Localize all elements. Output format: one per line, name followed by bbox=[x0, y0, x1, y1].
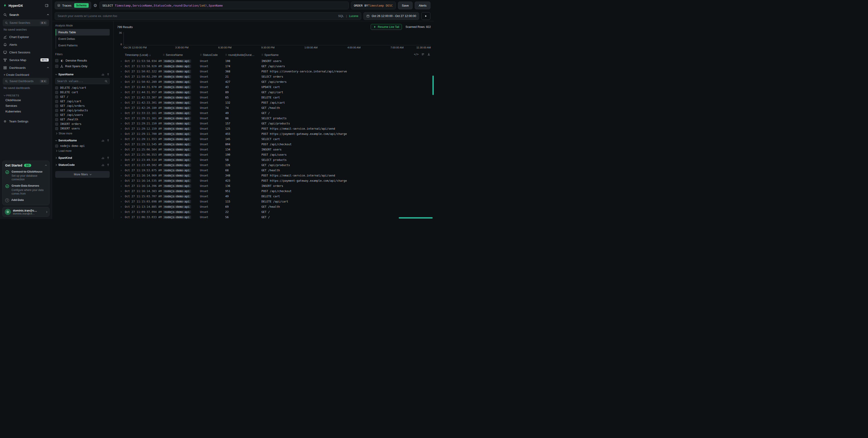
table-row[interactable]: ›Oct 27 11:25:06.564 AMnodejs-demo-apiUn… bbox=[117, 147, 431, 152]
order-by-editor[interactable]: ORDER BY Timestamp DESC bbox=[351, 2, 396, 9]
filter-section-spanname[interactable]: SpanName bbox=[55, 72, 110, 76]
column-header-statuscode[interactable]: ⠿ StatusCode bbox=[200, 53, 225, 57]
table-row[interactable]: ›Oct 27 11:16:14.960 AMnodejs-demo-apiUn… bbox=[117, 173, 431, 178]
filter-section-spankind[interactable]: SpanKind bbox=[55, 156, 110, 159]
table-row[interactable]: ›Oct 27 11:25:06.553 AMnodejs-demo-apiUn… bbox=[117, 152, 431, 157]
expand-row-icon[interactable]: › bbox=[117, 148, 125, 151]
download-icon[interactable] bbox=[427, 53, 430, 56]
preset-kubernetes[interactable]: Kubernetes bbox=[0, 109, 52, 114]
filter-value[interactable]: INSERT orders bbox=[55, 122, 110, 126]
filter-value[interactable]: GET /api/cart bbox=[55, 99, 110, 104]
table-row[interactable]: ›Oct 27 11:29:12.159 AMnodejs-demo-apiUn… bbox=[117, 126, 431, 131]
brand[interactable]: HyperDX bbox=[3, 4, 23, 7]
filter-value-search[interactable] bbox=[55, 78, 110, 84]
checkbox[interactable] bbox=[55, 123, 58, 125]
filter-section-servicename[interactable]: ServiceName bbox=[55, 139, 110, 142]
expand-row-icon[interactable]: › bbox=[117, 59, 125, 63]
preset-clickhouse[interactable]: ClickHouse bbox=[0, 97, 52, 103]
time-range-picker[interactable]: Oct 26 12:00:00 - Oct 27 12:00:00 bbox=[364, 12, 419, 20]
collapse-sidebar-icon[interactable] bbox=[45, 4, 49, 7]
saved-dashboards-input[interactable] bbox=[9, 80, 38, 83]
table-row[interactable]: ›Oct 27 11:15:03.698 AMnodejs-demo-apiUn… bbox=[117, 199, 431, 204]
checkbox[interactable] bbox=[55, 118, 58, 121]
table-row[interactable]: ›Oct 27 11:50:02.289 AMnodejs-demo-apiUn… bbox=[117, 79, 431, 84]
denoise-results-toggle[interactable]: ◐ Denoise Results bbox=[55, 58, 110, 63]
checkbox[interactable] bbox=[55, 109, 58, 112]
table-row[interactable]: ›Oct 27 11:13:14.885 AMnodejs-demo-apiUn… bbox=[117, 204, 431, 209]
source-selector[interactable]: Traces Schema bbox=[55, 2, 91, 9]
pin-icon[interactable] bbox=[106, 156, 110, 159]
checkbox[interactable] bbox=[55, 91, 58, 94]
checkbox[interactable] bbox=[55, 65, 58, 68]
filter-value-search-input[interactable] bbox=[57, 80, 104, 83]
saved-dashboards-box[interactable]: ⌘ K bbox=[3, 78, 49, 85]
horizontal-scrollbar-thumb[interactable] bbox=[399, 217, 433, 218]
saved-searches-input[interactable] bbox=[9, 21, 38, 24]
presets-toggle[interactable]: PRESETS bbox=[4, 94, 48, 97]
schema-button[interactable]: Schema bbox=[74, 3, 89, 8]
table-row[interactable]: ›Oct 27 11:16:14.535 AMnodejs-demo-apiUn… bbox=[117, 178, 431, 183]
run-query-button[interactable] bbox=[421, 12, 430, 20]
mode-lucene-toggle[interactable]: Lucene bbox=[349, 14, 358, 18]
resume-live-tail-button[interactable]: Resume Live Tail bbox=[371, 24, 402, 30]
help-icon[interactable]: ? bbox=[5, 198, 9, 202]
root-spans-only-toggle[interactable]: Root Spans Only bbox=[55, 63, 110, 69]
table-row[interactable]: ›Oct 27 11:29:11.553 AMnodejs-demo-apiUn… bbox=[117, 137, 431, 142]
more-filters-button[interactable]: More filters bbox=[55, 171, 110, 178]
checkbox[interactable] bbox=[55, 114, 58, 117]
analysis-mode-results-table[interactable]: Results Table bbox=[56, 29, 110, 35]
column-header-servicename[interactable]: ⠿ ServiceName bbox=[163, 53, 200, 57]
expand-row-icon[interactable]: › bbox=[117, 75, 125, 78]
create-dashboard-button[interactable]: + Create Dashboard bbox=[4, 73, 48, 77]
checkbox[interactable] bbox=[55, 145, 58, 147]
drag-handle-icon[interactable]: ⠿ bbox=[200, 54, 202, 57]
table-row[interactable]: ›Oct 27 11:09:37.094 AMnodejs-demo-apiUn… bbox=[117, 209, 431, 214]
filter-value[interactable]: GET / bbox=[55, 94, 110, 99]
filter-value[interactable]: DELETE /api/cart bbox=[55, 86, 110, 90]
user-menu[interactable]: D dominic.tran@c… dominic.tran@cli… bbox=[2, 207, 50, 217]
checkbox[interactable] bbox=[55, 100, 58, 103]
mini-chart-icon[interactable] bbox=[101, 163, 104, 167]
sidebar-item-service-map[interactable]: Service Map BETA bbox=[0, 56, 52, 64]
pin-icon[interactable] bbox=[106, 139, 110, 142]
filter-value[interactable]: GET /api/users bbox=[55, 113, 110, 117]
table-row[interactable]: ›Oct 27 11:44:31.970 AMnodejs-demo-apiUn… bbox=[117, 84, 431, 90]
checkbox[interactable] bbox=[55, 105, 58, 108]
column-header-spanname[interactable]: ⠿ SpanName bbox=[261, 53, 431, 57]
expand-row-icon[interactable]: › bbox=[117, 70, 125, 73]
expand-row-icon[interactable]: › bbox=[117, 80, 125, 84]
expand-row-icon[interactable]: › bbox=[117, 200, 125, 203]
expand-row-icon[interactable]: › bbox=[117, 86, 125, 89]
expand-row-icon[interactable]: › bbox=[117, 65, 125, 68]
expand-row-icon[interactable]: › bbox=[117, 91, 125, 94]
sidebar-item-client-sessions[interactable]: Client Sessions bbox=[0, 49, 52, 56]
get-started-header[interactable]: Get Started 3/3 bbox=[5, 164, 46, 167]
expand-row-icon[interactable]: › bbox=[117, 122, 125, 125]
filter-section-statuscode[interactable]: StatusCode bbox=[55, 163, 110, 167]
table-row[interactable]: ›Oct 27 11:44:31.957 AMnodejs-demo-apiUn… bbox=[117, 90, 431, 95]
preset-services[interactable]: Services bbox=[0, 103, 52, 109]
table-row[interactable]: ›Oct 27 11:50:02.322 AMnodejs-demo-apiUn… bbox=[117, 69, 431, 74]
vertical-scrollbar-thumb[interactable] bbox=[432, 76, 434, 95]
analysis-mode-event-deltas[interactable]: Event Deltas bbox=[56, 35, 110, 42]
sql-select-editor[interactable]: SELECT Timestamp,ServiceName,StatusCode,… bbox=[99, 2, 349, 9]
filter-value[interactable]: DELETE cart bbox=[55, 90, 110, 94]
table-row[interactable]: ›Oct 27 11:42:33.307 AMnodejs-demo-apiUn… bbox=[117, 95, 431, 100]
event-search-input[interactable] bbox=[58, 14, 336, 18]
expand-row-icon[interactable]: › bbox=[117, 158, 125, 162]
get-started-task[interactable]: ? Add Data bbox=[5, 198, 46, 202]
mini-chart-icon[interactable] bbox=[101, 139, 104, 142]
sidebar-item-search[interactable]: Search bbox=[0, 11, 52, 19]
get-started-task[interactable]: Connect to ClickHouse Set up your databa… bbox=[5, 170, 46, 181]
expand-row-icon[interactable]: › bbox=[117, 143, 125, 146]
expand-row-icon[interactable]: › bbox=[117, 96, 125, 99]
table-row[interactable]: ›Oct 27 11:23:49.502 AMnodejs-demo-apiUn… bbox=[117, 163, 431, 168]
table-row[interactable]: ›Oct 27 11:53:58.920 AMnodejs-demo-apiUn… bbox=[117, 64, 431, 69]
expand-row-icon[interactable]: › bbox=[117, 127, 125, 130]
sort-desc-icon[interactable]: ↓ bbox=[149, 53, 151, 57]
filter-value[interactable]: INSERT users bbox=[55, 126, 110, 131]
table-row[interactable]: ›Oct 27 11:29:11.545 AMnodejs-demo-apiUn… bbox=[117, 142, 431, 147]
row-density-icon[interactable] bbox=[421, 53, 425, 56]
table-row[interactable]: ›Oct 27 11:53:58.934 AMnodejs-demo-apiUn… bbox=[117, 58, 431, 64]
table-row[interactable]: ›Oct 27 11:15:03.707 AMnodejs-demo-apiUn… bbox=[117, 194, 431, 199]
